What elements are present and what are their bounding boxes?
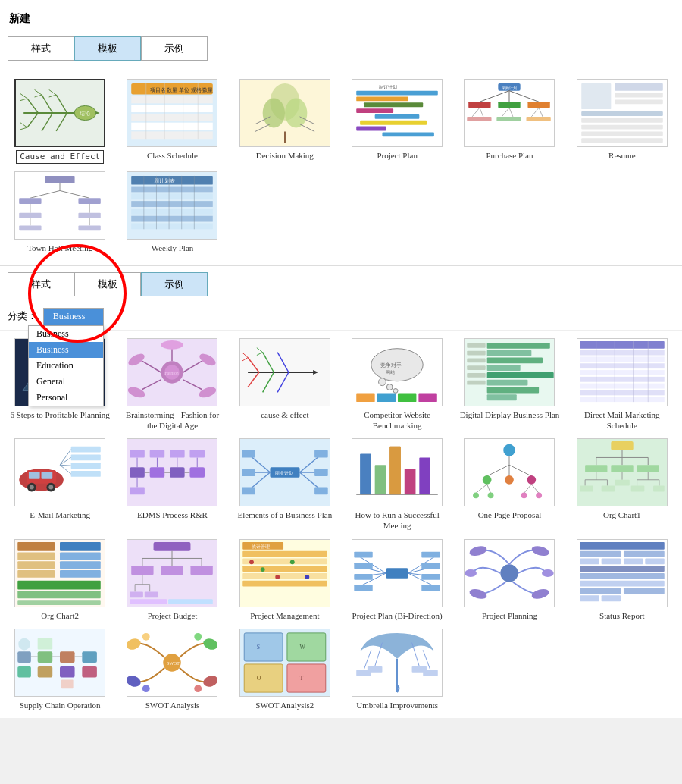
svg-rect-301	[242, 581, 327, 587]
category-option-general[interactable]: General	[29, 374, 103, 390]
example-org-chart2[interactable]: Org Chart2	[8, 539, 112, 621]
svg-rect-95	[132, 216, 214, 222]
svg-point-306	[305, 575, 309, 579]
example-supply-chain[interactable]: Supply Chain Operation	[8, 629, 112, 710]
example-swot2[interactable]: S W O T SWOT Analysis2	[233, 629, 337, 710]
example-project-mgmt[interactable]: 统计管理 Project Management	[233, 539, 337, 621]
svg-text:采购计划: 采购计划	[502, 86, 518, 90]
bottom-tab-template[interactable]: 模板	[74, 272, 141, 296]
category-option-business[interactable]: Business	[29, 342, 103, 358]
example-thumb-cause-effect	[239, 338, 330, 406]
svg-rect-274	[60, 570, 101, 578]
svg-rect-385	[423, 670, 438, 676]
svg-rect-150	[487, 365, 521, 371]
template-purchase-plan[interactable]: 采购计划	[457, 79, 562, 164]
svg-line-133	[242, 352, 248, 357]
svg-marker-126	[313, 370, 318, 375]
svg-rect-24	[132, 131, 214, 139]
svg-rect-168	[580, 390, 664, 395]
svg-rect-349	[38, 666, 53, 678]
svg-rect-292	[145, 591, 158, 597]
svg-line-134	[242, 357, 248, 361]
svg-point-330	[531, 587, 551, 600]
top-tab-style[interactable]: 样式	[8, 36, 74, 61]
top-tab-template[interactable]: 模板	[74, 36, 141, 61]
example-thumb-direct-mail	[577, 338, 668, 406]
template-thumb-weekly-plan: 周计划表	[127, 171, 217, 240]
svg-line-12	[35, 89, 42, 95]
example-label-6-steps: 6 Steps to Profitable Planning	[10, 409, 109, 420]
svg-text:SWOT: SWOT	[167, 661, 180, 666]
svg-rect-21	[132, 105, 214, 112]
top-tab-example[interactable]: 示例	[141, 36, 208, 61]
example-project-plan-bi[interactable]: Project Plan (Bi-Direction)	[345, 539, 449, 621]
template-thumb-purchase-plan: 采购计划	[464, 79, 555, 147]
example-label-swot2: SWOT Analysis2	[255, 700, 314, 710]
example-one-page[interactable]: One Page Proposal	[457, 438, 562, 532]
category-option-personal[interactable]: Personal	[29, 390, 103, 406]
template-weekly-plan[interactable]: 周计划表 Weekly Plan	[120, 171, 224, 253]
example-umbrella[interactable]: Umbrella Improvements	[345, 629, 449, 710]
example-swot[interactable]: SWOT	[120, 629, 224, 710]
example-brainstorming[interactable]: Fashion	[120, 338, 224, 431]
template-class-schedule[interactable]: 项目名 数量 单位 规格 数量 Class Schedule	[120, 79, 224, 164]
svg-rect-260	[615, 480, 630, 486]
example-direct-mail[interactable]: Direct Mail Marketing Schedule	[570, 338, 674, 431]
svg-rect-206	[190, 450, 205, 458]
svg-line-127	[248, 357, 259, 372]
example-edms[interactable]: EDMS Process R&R	[120, 438, 224, 532]
svg-line-188	[60, 465, 71, 466]
example-meeting[interactable]: How to Run a Successful Meeting	[345, 438, 449, 532]
svg-rect-293	[130, 599, 167, 604]
bottom-tab-example[interactable]: 示例	[141, 272, 208, 296]
example-elements[interactable]: 商业计划 Elements of	[233, 438, 337, 532]
template-cause-effect[interactable]: 结论	[8, 79, 112, 164]
svg-point-242	[521, 493, 527, 499]
svg-text:T: T	[299, 676, 303, 682]
svg-rect-143	[356, 393, 374, 402]
svg-rect-71	[581, 118, 663, 123]
svg-rect-39	[356, 96, 408, 101]
new-title: 新建	[0, 8, 682, 30]
example-cause-effect[interactable]: cause & effect	[233, 338, 337, 431]
example-digital-display[interactable]: Digital Display Business Plan	[457, 338, 562, 431]
example-project-budget[interactable]: Project Budget	[120, 539, 224, 621]
svg-point-138	[379, 378, 386, 385]
svg-line-50	[509, 91, 539, 102]
svg-rect-345	[17, 651, 31, 663]
template-decision-making[interactable]: Decision Making	[233, 79, 337, 164]
template-thumb-cause-effect: 结论	[14, 79, 105, 147]
svg-rect-84	[19, 226, 41, 231]
svg-rect-307	[386, 568, 408, 579]
svg-rect-169	[580, 397, 664, 402]
svg-rect-323	[421, 585, 440, 591]
example-thumb-swot2: S W O T	[239, 629, 330, 697]
svg-rect-202	[150, 450, 165, 458]
template-town-hall[interactable]: Town Hall Meeting	[8, 171, 112, 253]
category-option-education[interactable]: Education	[29, 358, 103, 374]
example-project-planning[interactable]: Project Planning	[457, 539, 562, 621]
example-status-report[interactable]: Status Report	[570, 539, 674, 621]
svg-rect-276	[17, 591, 101, 598]
svg-rect-63	[508, 117, 522, 121]
example-org-chart1[interactable]: Org Chart1	[570, 438, 674, 532]
template-label-weekly-plan: Weekly Plan	[152, 243, 194, 253]
svg-rect-339	[580, 573, 664, 579]
svg-rect-340	[580, 581, 664, 587]
template-project-plan[interactable]: 制订计划 Project Plan	[345, 79, 449, 164]
category-dropdown[interactable]: Business Business Business Education Gen…	[43, 308, 104, 325]
svg-rect-227	[389, 447, 401, 495]
template-resume[interactable]: Resume	[570, 79, 674, 164]
category-select-button[interactable]: Business	[43, 308, 104, 325]
example-email-marketing[interactable]: E-Mail Marketing	[8, 438, 112, 532]
svg-rect-147	[487, 342, 550, 348]
svg-point-31	[285, 98, 307, 127]
svg-rect-271	[60, 542, 101, 551]
example-competitor[interactable]: 竞争对手 网站 Competitor Website Benchmarking	[345, 338, 449, 431]
template-thumb-resume	[577, 79, 668, 147]
svg-rect-68	[615, 93, 663, 98]
bottom-tab-style[interactable]: 样式	[8, 272, 74, 296]
svg-point-239	[488, 493, 494, 499]
svg-line-16	[20, 122, 28, 127]
category-option-business-header[interactable]: Business	[29, 326, 103, 342]
